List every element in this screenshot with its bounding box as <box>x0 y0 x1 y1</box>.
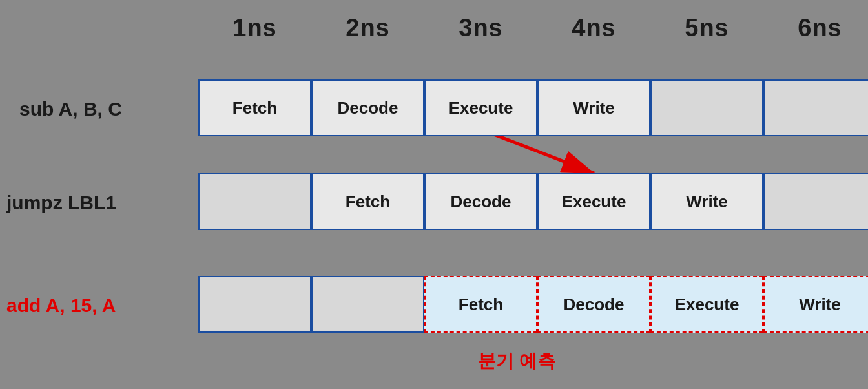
pipe-cell-r0-c5 <box>763 79 868 136</box>
pipeline-row-0: FetchDecodeExecuteWrite <box>198 79 868 136</box>
pipe-cell-r2-c5: Write <box>763 276 868 333</box>
time-label-4: 4ns <box>537 14 650 42</box>
time-header: 1ns2ns3ns4ns5ns6ns <box>198 14 868 42</box>
pipeline-row-2: FetchDecodeExecuteWrite <box>198 276 868 333</box>
row-label-1: jumpz LBL1 <box>6 192 116 214</box>
pipe-cell-r1-c3: Execute <box>537 173 650 230</box>
pipe-cell-r0-c3: Write <box>537 79 650 136</box>
pipe-cell-r0-c1: Decode <box>311 79 424 136</box>
pipe-cell-r2-c2: Fetch <box>424 276 537 333</box>
time-label-1: 1ns <box>198 14 311 42</box>
pipe-cell-r1-c2: Decode <box>424 173 537 230</box>
pipe-cell-r2-c0 <box>198 276 311 333</box>
row-label-0: sub A, B, C <box>19 98 122 120</box>
pipeline-row-1: FetchDecodeExecuteWrite <box>198 173 868 230</box>
pipe-cell-r1-c1: Fetch <box>311 173 424 230</box>
pipe-cell-r1-c0 <box>198 173 311 230</box>
pipe-cell-r2-c4: Execute <box>650 276 763 333</box>
pipe-cell-r2-c3: Decode <box>537 276 650 333</box>
pipe-cell-r0-c4 <box>650 79 763 136</box>
pipeline-diagram: 1ns2ns3ns4ns5ns6ns 분기 예측 sub A, B, CFetc… <box>0 0 868 389</box>
pipe-cell-r0-c0: Fetch <box>198 79 311 136</box>
branch-prediction-label: 분기 예측 <box>478 349 555 373</box>
pipe-cell-r2-c1 <box>311 276 424 333</box>
pipe-cell-r0-c2: Execute <box>424 79 537 136</box>
pipe-cell-r1-c5 <box>763 173 868 230</box>
time-label-2: 2ns <box>311 14 424 42</box>
pipe-cell-r1-c4: Write <box>650 173 763 230</box>
time-label-6: 6ns <box>763 14 868 42</box>
time-label-3: 3ns <box>424 14 537 42</box>
row-label-2: add A, 15, A <box>6 295 116 317</box>
time-label-5: 5ns <box>650 14 763 42</box>
